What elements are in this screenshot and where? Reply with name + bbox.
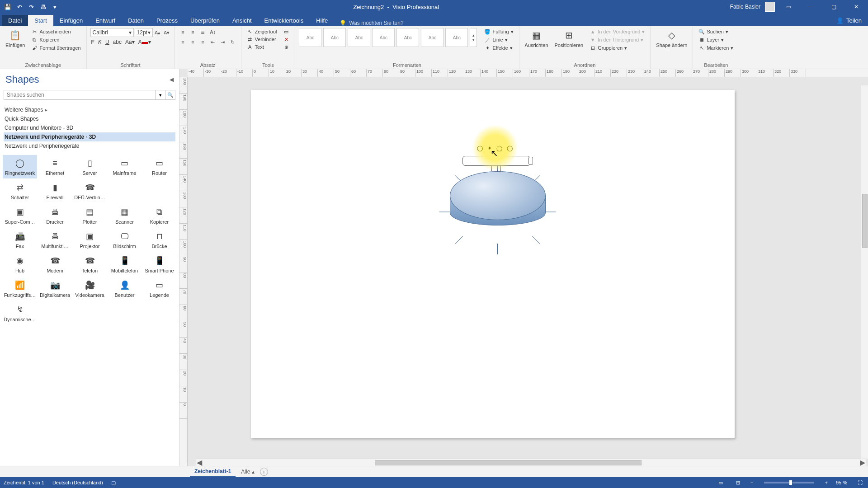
connector-spoke[interactable]	[545, 212, 556, 212]
shrink-font-button[interactable]: A▾	[163, 28, 171, 37]
tab-review[interactable]: Überprüfen	[184, 15, 226, 26]
zoom-knob[interactable]	[789, 480, 793, 485]
rotate-text-button[interactable]: ↻	[228, 38, 237, 46]
save-icon[interactable]: 💾	[4, 3, 12, 11]
font-color-button[interactable]: A▾	[137, 39, 152, 45]
bring-front-button[interactable]: ▲In den Vordergrund ▾	[588, 28, 646, 35]
shape-cell[interactable]: ▤Plotter	[73, 204, 107, 227]
shape-cell[interactable]: ⧉Kopierer	[142, 204, 176, 227]
tab-insert[interactable]: Einfügen	[53, 15, 89, 26]
position-button[interactable]: ⊞Positionieren	[553, 28, 585, 49]
decrease-indent-button[interactable]: ⇤	[208, 38, 217, 46]
close-button[interactable]: ✕	[847, 0, 865, 14]
autoconnect-mini-toolbar[interactable]: ◯ ✦ ◯ ◯	[477, 145, 513, 151]
shape-change-button[interactable]: ◇Shape ändern	[654, 28, 689, 49]
connector-tool-button[interactable]: ⇄Verbinder	[245, 36, 279, 43]
tab-data[interactable]: Daten	[122, 15, 150, 26]
text-direction-button[interactable]: A↕	[208, 28, 217, 36]
cut-button[interactable]: ✂Ausschneiden	[29, 28, 82, 35]
shape-cell[interactable]: 📷Digitalkamera	[38, 277, 72, 300]
zoom-in-button[interactable]: +	[825, 480, 827, 485]
tab-view[interactable]: Ansicht	[226, 15, 258, 26]
language-status[interactable]: Deutsch (Deutschland)	[52, 480, 103, 485]
ribbon-display-options-icon[interactable]: ▭	[779, 0, 797, 14]
shape-cell[interactable]: 🎥Videokamera	[73, 277, 107, 300]
mini-shape-icon[interactable]: ✦	[487, 145, 492, 151]
shape-cell[interactable]: ▣Super-Com…	[3, 204, 37, 227]
page-width-icon[interactable]: ⊞	[733, 479, 742, 487]
ring-network-shape[interactable]	[450, 171, 546, 244]
format-painter-button[interactable]: 🖌Format übertragen	[29, 44, 82, 52]
shape-cell[interactable]: ▮Firewall	[38, 179, 72, 203]
align-right-button[interactable]: ≡	[198, 38, 208, 46]
connection-point-button[interactable]: ⊕	[281, 43, 291, 51]
stencil-row-selected[interactable]: Netzwerk und Peripheriegeräte - 3D	[4, 132, 175, 141]
shape-cell[interactable]: ◉Hub	[3, 253, 37, 276]
shape-cell[interactable]: ▦Scanner	[108, 204, 142, 227]
shapes-search-input[interactable]	[4, 90, 156, 100]
connector-spoke[interactable]	[439, 212, 450, 212]
add-sheet-button[interactable]: +	[260, 468, 268, 476]
mini-shape-icon[interactable]: ◯	[477, 145, 483, 151]
scroll-left-icon[interactable]: ◀	[196, 459, 203, 466]
tab-file[interactable]: Datei	[2, 15, 28, 26]
shape-cell[interactable]: ◯Ringnetzwerk	[3, 155, 37, 178]
vertical-scrollbar[interactable]	[861, 85, 868, 459]
paste-button[interactable]: 📋 Einfügen	[4, 28, 27, 49]
underline-button[interactable]: U	[104, 39, 110, 45]
style-item[interactable]: Abc	[348, 28, 370, 47]
tell-me-search[interactable]: 💡 Was möchten Sie tun?	[340, 20, 403, 26]
style-gallery-more[interactable]: ▴▾	[470, 28, 477, 47]
connector-spoke[interactable]	[497, 244, 498, 254]
layer-button[interactable]: ≣Layer ▾	[697, 36, 735, 43]
tab-developer[interactable]: Entwicklertools	[258, 15, 310, 26]
shape-cell[interactable]: ⊓Brücke	[142, 228, 176, 252]
tab-help[interactable]: Hilfe	[310, 15, 334, 26]
tab-start[interactable]: Start	[28, 15, 53, 26]
avatar[interactable]	[765, 2, 775, 12]
shape-cell[interactable]: ▭Router	[142, 155, 176, 178]
shape-cell[interactable]: 📶Funkzugriffs…	[3, 277, 37, 300]
drawing-page[interactable]: ◯ ✦ ◯ ◯ ↖	[251, 90, 735, 438]
shape-cell[interactable]: ▭Mainframe	[108, 155, 142, 178]
sheet-all-button[interactable]: Alle ▴	[241, 469, 254, 475]
increase-indent-button[interactable]: ⇥	[218, 38, 227, 46]
search-go-button[interactable]: 🔍	[165, 90, 175, 100]
style-item[interactable]: Abc	[372, 28, 395, 47]
group-button[interactable]: ⊟Gruppieren ▾	[588, 44, 646, 52]
style-gallery[interactable]: Abc Abc Abc Abc Abc Abc Abc ▴▾	[299, 28, 477, 47]
shape-cell[interactable]: 👤Benutzer	[108, 277, 142, 300]
hscroll-thumb[interactable]	[375, 460, 642, 465]
shape-cell[interactable]: 🖶Drucker	[38, 204, 72, 227]
router-shape[interactable]	[462, 156, 530, 166]
shape-cell[interactable]: 📱Smart Phone	[142, 253, 176, 276]
fill-button[interactable]: 🪣Füllung ▾	[482, 28, 515, 35]
font-size-combo[interactable]: 12pt▾	[135, 28, 153, 37]
collapse-shapes-button[interactable]: ◀	[170, 76, 174, 83]
zoom-slider[interactable]	[764, 482, 814, 483]
zoom-out-button[interactable]: −	[750, 480, 753, 485]
bullets-button[interactable]: ≣	[198, 28, 208, 36]
pointer-tool-button[interactable]: ↖Zeigertool	[245, 28, 279, 35]
select-button[interactable]: ↖Markieren ▾	[697, 44, 735, 52]
shape-cell[interactable]: ☎Modem	[38, 253, 72, 276]
style-item[interactable]: Abc	[396, 28, 419, 47]
find-button[interactable]: 🔍Suchen ▾	[697, 28, 735, 35]
shape-cell[interactable]: 📠Fax	[3, 228, 37, 252]
zoom-value[interactable]: 95 %	[836, 480, 847, 485]
change-case-button[interactable]: Aa▾	[124, 39, 136, 45]
align-center-button[interactable]: ≡	[189, 38, 198, 46]
stencil-row[interactable]: Netzwerk und Peripheriegeräte	[4, 141, 175, 150]
shape-cell[interactable]: 🖶Multifunkti…	[38, 228, 72, 252]
align-middle-button[interactable]: ≡	[189, 28, 198, 36]
shape-cell[interactable]: 📱Mobiltelefon	[108, 253, 142, 276]
shape-cell[interactable]: ≡Ethernet	[38, 155, 72, 178]
line-button[interactable]: ／Linie ▾	[482, 36, 515, 43]
shape-cell[interactable]: ⇄Schalter	[3, 179, 37, 203]
tab-design[interactable]: Entwurf	[89, 15, 122, 26]
mini-shape-icon[interactable]: ◯	[507, 145, 513, 151]
copy-button[interactable]: ⧉Kopieren	[29, 36, 82, 43]
presentation-view-icon[interactable]: ▭	[716, 479, 725, 487]
share-button[interactable]: 👤 Teilen	[830, 15, 868, 26]
style-item[interactable]: Abc	[421, 28, 443, 47]
